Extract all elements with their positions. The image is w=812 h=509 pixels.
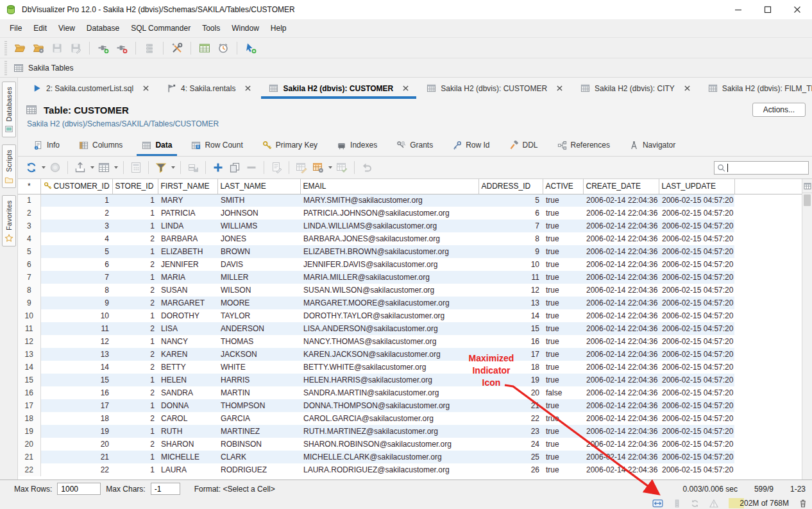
- data-cell[interactable]: KAREN.JACKSON@sakilacustomer.org: [300, 348, 478, 361]
- reload-grid-button[interactable]: [24, 160, 38, 175]
- row-number-cell[interactable]: 19: [18, 425, 40, 438]
- data-cell[interactable]: 10: [40, 309, 112, 322]
- data-cell[interactable]: MARTIN: [217, 386, 300, 399]
- data-cell[interactable]: MOORE: [217, 297, 300, 309]
- export-dropdown-icon[interactable]: [90, 166, 94, 169]
- max-chars-input[interactable]: [151, 483, 180, 495]
- maximize-button[interactable]: [753, 0, 782, 19]
- toolbar-grip[interactable]: [4, 41, 7, 55]
- data-cell[interactable]: 2006-02-15 04:57:20: [659, 220, 734, 232]
- data-cell[interactable]: 21: [40, 451, 112, 463]
- row-number-cell[interactable]: 4: [18, 232, 40, 245]
- data-cell[interactable]: 2: [112, 348, 158, 361]
- duplicate-row-button[interactable]: [228, 160, 242, 175]
- data-cell[interactable]: 2006-02-14 22:04:36: [583, 207, 659, 220]
- data-cell[interactable]: MARIA.MILLER@sakilacustomer.org: [300, 271, 478, 284]
- data-cell[interactable]: KAREN: [158, 348, 217, 361]
- data-cell[interactable]: 2006-02-15 04:57:20: [659, 309, 734, 322]
- data-cell[interactable]: 7: [40, 271, 112, 284]
- data-cell[interactable]: 11: [478, 271, 543, 284]
- data-cell[interactable]: true: [543, 207, 583, 220]
- row-number-cell[interactable]: 12: [18, 335, 40, 348]
- data-cell[interactable]: SHARON.ROBINSON@sakilacustomer.org: [300, 438, 478, 451]
- data-cell[interactable]: WHITE: [217, 361, 300, 374]
- data-cell[interactable]: LINDA.WILLIAMS@sakilacustomer.org: [300, 220, 478, 232]
- data-cell[interactable]: BETTY.WHITE@sakilacustomer.org: [300, 361, 478, 374]
- open-file-button[interactable]: [12, 40, 28, 56]
- data-cell[interactable]: 2006-02-14 22:04:36: [583, 451, 659, 463]
- data-cell[interactable]: RUTH.MARTINEZ@sakilacustomer.org: [300, 425, 478, 438]
- data-cell[interactable]: BETTY: [158, 361, 217, 374]
- data-cell[interactable]: true: [543, 258, 583, 271]
- data-cell[interactable]: 4: [40, 232, 112, 245]
- data-cell[interactable]: true: [543, 284, 583, 297]
- menu-view[interactable]: View: [53, 19, 81, 37]
- doc-tab[interactable]: 4: Sakila.rentals: [159, 78, 258, 99]
- data-cell[interactable]: 2: [112, 284, 158, 297]
- column-header[interactable]: ACTIVE: [543, 179, 583, 194]
- table-settings-button[interactable]: [311, 160, 325, 175]
- data-cell[interactable]: 1: [112, 425, 158, 438]
- data-cell[interactable]: 2006-02-15 04:57:20: [659, 258, 734, 271]
- data-cell[interactable]: 1: [40, 194, 112, 207]
- max-rows-input[interactable]: [57, 483, 101, 495]
- data-cell[interactable]: 1: [112, 463, 158, 476]
- tab-info[interactable]: Info: [26, 134, 67, 156]
- data-cell[interactable]: HELEN.HARRIS@sakilacustomer.org: [300, 374, 478, 386]
- data-cell[interactable]: MICHELLE.CLARK@sakilacustomer.org: [300, 451, 478, 463]
- row-number-cell[interactable]: 5: [18, 245, 40, 258]
- data-cell[interactable]: ELIZABETH: [158, 245, 217, 258]
- data-cell[interactable]: 25: [478, 451, 543, 463]
- window-tab-label[interactable]: Sakila Tables: [28, 64, 74, 73]
- column-header[interactable]: FIRST_NAME: [158, 179, 217, 194]
- data-cell[interactable]: 1: [112, 207, 158, 220]
- data-cell[interactable]: PATRICIA.JOHNSON@sakilacustomer.org: [300, 207, 478, 220]
- close-tab-icon[interactable]: [684, 85, 690, 91]
- data-cell[interactable]: true: [543, 335, 583, 348]
- menu-sql-commander[interactable]: SQL Commander: [125, 19, 196, 37]
- reload-dropdown-icon[interactable]: [42, 166, 46, 169]
- save-edits-button[interactable]: [186, 160, 200, 175]
- commit-grid-button[interactable]: [335, 160, 349, 175]
- tab-ddl[interactable]: DDL: [502, 134, 546, 156]
- row-number-cell[interactable]: 16: [18, 386, 40, 399]
- data-cell[interactable]: true: [543, 399, 583, 412]
- sidebar-tab-scripts[interactable]: Scripts: [2, 144, 16, 188]
- data-cell[interactable]: 23: [478, 425, 543, 438]
- tab-navigator[interactable]: Navigator: [622, 134, 683, 156]
- data-cell[interactable]: 13: [40, 348, 112, 361]
- tab-row-count[interactable]: Row Count: [183, 134, 250, 156]
- data-cell[interactable]: 1: [112, 245, 158, 258]
- data-cell[interactable]: MARGARET.MOORE@sakilacustomer.org: [300, 297, 478, 309]
- data-cell[interactable]: 2006-02-14 22:04:36: [583, 322, 659, 335]
- menu-file[interactable]: File: [4, 19, 28, 37]
- data-cell[interactable]: MARGARET: [158, 297, 217, 309]
- data-cell[interactable]: 2006-02-15 04:57:20: [659, 207, 734, 220]
- table-settings-dropdown-icon[interactable]: [328, 166, 332, 169]
- disconnect-button[interactable]: [114, 40, 130, 56]
- doc-tab[interactable]: 2: Sakila.customerList.sql: [24, 78, 156, 99]
- data-cell[interactable]: 1: [112, 194, 158, 207]
- doc-tab[interactable]: Sakila H2 (dbvis): CITY: [573, 78, 698, 99]
- data-cell[interactable]: false: [543, 386, 583, 399]
- data-cell[interactable]: 2006-02-14 22:04:36: [583, 245, 659, 258]
- actions-button[interactable]: Actions...: [752, 103, 806, 117]
- undo-button[interactable]: [360, 160, 374, 175]
- data-cell[interactable]: 6: [40, 258, 112, 271]
- data-cell[interactable]: 2: [112, 322, 158, 335]
- data-cell[interactable]: 2006-02-14 22:04:36: [583, 361, 659, 374]
- doc-tab[interactable]: Sakila H2 (dbvis): CUSTOMER: [261, 78, 416, 99]
- sidebar-tab-databases[interactable]: Databases: [2, 82, 16, 137]
- data-cell[interactable]: JENNIFER.DAVIS@sakilacustomer.org: [300, 258, 478, 271]
- row-number-cell[interactable]: 14: [18, 361, 40, 374]
- data-cell[interactable]: 2006-02-15 04:57:20: [659, 271, 734, 284]
- data-cell[interactable]: 2006-02-14 22:04:36: [583, 438, 659, 451]
- data-cell[interactable]: 1: [112, 220, 158, 232]
- data-cell[interactable]: 13: [478, 297, 543, 309]
- row-number-cell[interactable]: 8: [18, 284, 40, 297]
- data-cell[interactable]: WILLIAMS: [217, 220, 300, 232]
- data-cell[interactable]: ROBINSON: [217, 438, 300, 451]
- data-cell[interactable]: 5: [40, 245, 112, 258]
- data-cell[interactable]: 2: [112, 412, 158, 425]
- data-cell[interactable]: SMITH: [217, 194, 300, 207]
